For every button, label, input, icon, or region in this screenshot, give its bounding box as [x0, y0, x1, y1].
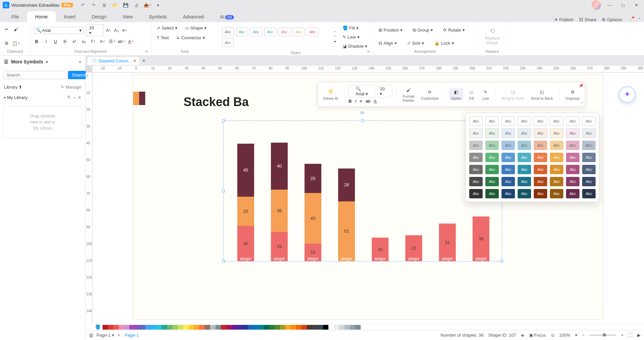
bar-3-series-3[interactable]: 28	[338, 168, 355, 201]
color-swatch-25[interactable]	[237, 325, 242, 330]
color-swatch-21[interactable]	[215, 325, 221, 330]
help-button[interactable]: ❔	[628, 17, 633, 22]
color-swatch-47[interactable]	[355, 325, 361, 330]
doc-tab-active[interactable]: 📄 Stacked Colum...	[88, 57, 139, 65]
redo-icon[interactable]: ↷	[90, 2, 96, 8]
style-swatch-r3-c7[interactable]: Abc	[582, 153, 596, 162]
style-swatch-r2-c5[interactable]: Abc	[550, 141, 563, 150]
export-icon[interactable]: 📤	[144, 2, 150, 8]
bucket-icon[interactable]: 🪣	[95, 325, 100, 330]
style-swatch-r2-c3[interactable]: Abc	[518, 141, 531, 150]
undo-icon[interactable]: ↶	[80, 2, 86, 8]
font-color-icon[interactable]: A	[128, 38, 134, 44]
color-swatch-45[interactable]	[345, 325, 350, 330]
style-swatch-r3-c5[interactable]: Abc	[550, 153, 563, 162]
symbol-search-input[interactable]	[3, 71, 66, 79]
color-swatch-36[interactable]	[296, 325, 301, 330]
quick-style-4[interactable]: Abc	[264, 28, 276, 36]
ctx-ungroup[interactable]: ⧉Ungroup	[563, 88, 581, 100]
color-swatch-19[interactable]	[205, 325, 210, 330]
ctx-strike-icon[interactable]: ab	[366, 99, 370, 104]
bar-6-series-1[interactable]: 32	[439, 224, 456, 261]
zoom-slider[interactable]	[589, 335, 616, 336]
text-tool[interactable]: T Text	[155, 34, 171, 42]
style-swatch-r0-c3[interactable]: Abc	[518, 116, 531, 126]
style-swatch-r3-c4[interactable]: Abc	[534, 153, 547, 162]
open-icon[interactable]: 📁	[112, 2, 118, 8]
color-swatch-16[interactable]	[189, 325, 194, 330]
lib-export-icon[interactable]: ⇱	[67, 95, 71, 100]
bar-0-series-3[interactable]: 45	[237, 144, 254, 197]
style-swatch-r2-c6[interactable]: Abc	[566, 141, 579, 150]
bar-2-series-2[interactable]: 43	[305, 193, 321, 244]
align-para-icon[interactable]: ≡	[122, 27, 128, 33]
bar-7-series-1[interactable]: 38	[473, 216, 489, 261]
ctx-align-icon[interactable]: ≡	[360, 99, 362, 104]
color-swatch-8[interactable]	[146, 325, 151, 330]
shadow-button[interactable]: ◪ Shadow ▾	[340, 42, 369, 50]
style-swatch-r4-c7[interactable]: Abc	[582, 165, 596, 174]
ctx-send-back[interactable]: ◱Send to Back	[529, 88, 555, 100]
font-family-select[interactable]: 🔍Arial▾	[34, 27, 84, 34]
color-swatch-37[interactable]	[301, 325, 307, 330]
line-button[interactable]: ✎ Line ▾	[340, 33, 369, 41]
style-swatch-r3-c3[interactable]: Abc	[518, 153, 531, 162]
color-swatch-29[interactable]	[258, 325, 264, 330]
style-swatch-r0-c4[interactable]: Abc	[534, 116, 547, 126]
layers-icon[interactable]: ◈	[521, 333, 524, 338]
underline-icon[interactable]: U	[52, 38, 58, 44]
format-painter-icon[interactable]: 🖌	[13, 27, 19, 33]
superscript-icon[interactable]: x²	[71, 38, 77, 44]
menu-file[interactable]: File	[3, 11, 27, 22]
bar-3-series-2[interactable]: 51	[338, 201, 355, 261]
zoom-in-icon[interactable]: +	[621, 333, 623, 338]
color-swatch-42[interactable]	[328, 325, 334, 330]
lib-add-icon[interactable]: +	[73, 95, 76, 100]
quick-style-7[interactable]: Abc	[307, 28, 319, 36]
style-swatch-r5-c7[interactable]: Abc	[582, 177, 596, 186]
increase-font-icon[interactable]: A↑	[106, 27, 112, 33]
menu-insert[interactable]: Insert	[56, 11, 84, 22]
menu-view[interactable]: View	[115, 11, 141, 22]
options-button[interactable]: ⚙ Options	[602, 17, 622, 22]
style-swatch-r4-c6[interactable]: Abc	[566, 165, 579, 174]
strike-icon[interactable]: S	[62, 38, 68, 44]
color-swatch-26[interactable]	[242, 325, 248, 330]
style-swatch-r0-c6[interactable]: Abc	[566, 116, 579, 126]
style-swatch-r1-c7[interactable]: Abc	[582, 129, 596, 138]
style-swatch-r4-c1[interactable]: Abc	[485, 165, 499, 174]
add-page-icon[interactable]: +	[118, 333, 120, 338]
quick-style-1[interactable]: Abc	[222, 28, 234, 36]
focus-button[interactable]: ▣ Focus	[529, 333, 546, 338]
library-toggle[interactable]: Library ⬆	[4, 85, 22, 90]
style-swatch-r2-c2[interactable]: Abc	[501, 141, 515, 150]
ctx-expand-icon[interactable]: ⤢	[580, 101, 583, 105]
new-icon[interactable]: ⊞	[101, 2, 107, 8]
color-swatch-43[interactable]	[334, 325, 339, 330]
share-button[interactable]: ⛓ Share	[579, 17, 596, 22]
gallery-up-icon[interactable]: ˄	[334, 31, 336, 35]
color-swatch-33[interactable]	[280, 325, 285, 330]
italic-icon[interactable]: I	[43, 38, 49, 44]
ctx-italic-icon[interactable]: I	[355, 99, 356, 104]
line-spacing-icon[interactable]: ≡	[99, 38, 106, 44]
print-icon[interactable]: 🖨	[133, 2, 139, 8]
cut-icon[interactable]: ✂	[3, 27, 9, 33]
ctx-styles[interactable]: ◧Styles	[449, 88, 463, 100]
quick-style-2[interactable]: Abc	[236, 28, 248, 36]
style-swatch-r4-c2[interactable]: Abc	[501, 165, 515, 174]
ctx-font-select[interactable]: 🔍 Arial ▾	[349, 85, 376, 97]
zoom-out-icon[interactable]: −	[582, 333, 585, 338]
quick-style-6[interactable]: Abc	[292, 28, 305, 36]
style-swatch-r0-c7[interactable]: Abc	[582, 116, 596, 126]
style-swatch-r5-c5[interactable]: Abc	[550, 177, 563, 186]
rotate-button[interactable]: ⟳ Rotate ▾	[441, 26, 467, 34]
color-swatch-24[interactable]	[232, 325, 237, 330]
my-library-label[interactable]: My Library	[7, 95, 28, 100]
zoom-fit-icon[interactable]: ⊙	[551, 333, 555, 338]
style-swatch-r0-c0[interactable]: Abc	[469, 116, 483, 126]
color-swatch-9[interactable]	[151, 325, 156, 330]
chart-title[interactable]: Stacked Ba	[184, 95, 249, 109]
ctx-format-painter[interactable]: 🖌Format Painter	[401, 86, 416, 102]
style-swatch-r6-c2[interactable]: Abc	[501, 189, 515, 198]
